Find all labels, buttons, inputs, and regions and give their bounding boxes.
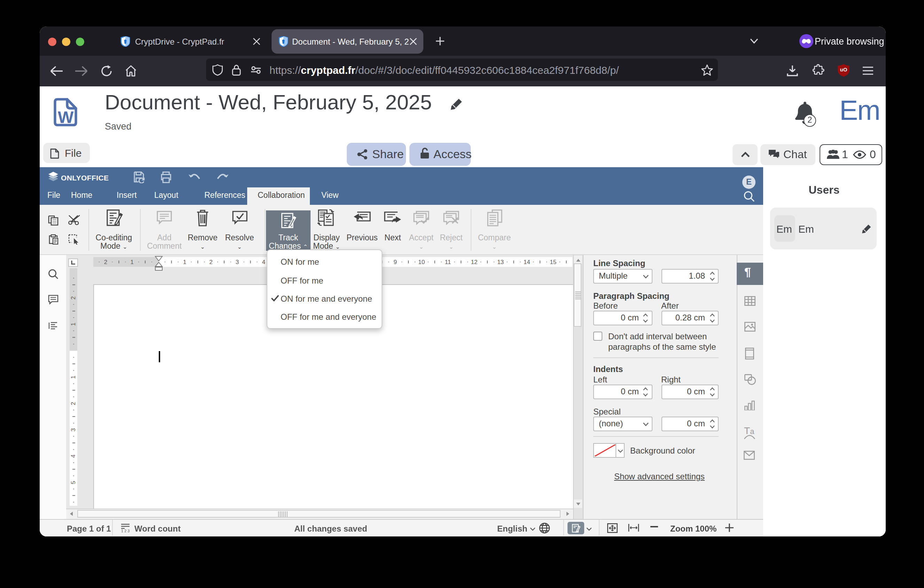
svg-text:3: 3 bbox=[69, 428, 76, 431]
svg-text:5: 5 bbox=[69, 481, 76, 484]
svg-text:3: 3 bbox=[236, 259, 239, 266]
svg-text:uO: uO bbox=[840, 66, 847, 73]
svg-text:1: 1 bbox=[183, 259, 186, 266]
svg-text:4: 4 bbox=[69, 454, 76, 458]
svg-text:1: 1 bbox=[130, 259, 133, 266]
svg-text:2: 2 bbox=[209, 259, 212, 266]
svg-text:4: 4 bbox=[262, 259, 265, 266]
svg-text:2: 2 bbox=[104, 259, 107, 266]
svg-text:2: 2 bbox=[69, 402, 76, 405]
svg-text:10: 10 bbox=[418, 259, 425, 266]
svg-text:12: 12 bbox=[471, 259, 478, 266]
svg-text:1: 1 bbox=[69, 375, 76, 379]
svg-text:W: W bbox=[58, 108, 74, 126]
svg-text:9: 9 bbox=[393, 259, 396, 266]
svg-text:15: 15 bbox=[550, 259, 556, 266]
svg-text:1: 1 bbox=[69, 322, 76, 326]
svg-text:1 2 3: 1 2 3 bbox=[121, 529, 129, 533]
svg-text:14: 14 bbox=[524, 259, 530, 266]
svg-text:2: 2 bbox=[69, 296, 76, 300]
svg-text:13: 13 bbox=[497, 259, 504, 266]
svg-text:11: 11 bbox=[445, 259, 451, 266]
